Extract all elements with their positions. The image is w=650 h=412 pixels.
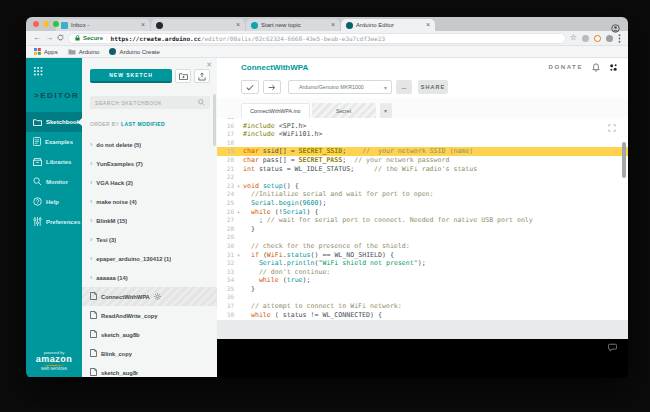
sketch-row[interactable]: Blink_copy [82,344,217,363]
code-line-33[interactable]: 33 // don't continue: [217,268,628,277]
sidebar-item-help[interactable]: Help [26,192,82,212]
file-tab-0[interactable]: ConnectWithWPA.ino [241,103,310,118]
code-line-18[interactable]: 18 [217,139,628,148]
browser-tab-0[interactable]: Inbox - × [56,19,150,31]
sketch-row[interactable]: › do not delete (5) [82,135,217,154]
sketch-row[interactable]: › aaaaaa (14) [82,268,217,287]
bookmark-2[interactable]: Arduino Create [109,48,159,55]
panel-close-icon[interactable]: ✕ [206,61,212,69]
code-line-22[interactable]: 22 [217,173,628,182]
extension-icon-1[interactable] [582,35,589,42]
sidebar-item-sketchbook[interactable]: Sketchbook [26,112,82,132]
minimize-window-button[interactable] [43,21,49,27]
code-line-36[interactable]: 36 [217,293,628,302]
sidebar-item-monitor[interactable]: Monitor [26,172,82,192]
code-line-20[interactable]: 20 char pass[] = SECRET_PASS; // your ne… [217,156,628,165]
code-line-25[interactable]: 25 Serial.begin(9600); [217,199,628,208]
code-line-17[interactable]: 17 #include <WiFi101.h> [217,130,628,139]
chevron-right-icon[interactable]: › [90,141,92,148]
sketch-settings-gear-icon[interactable] [154,293,161,301]
code-line-21[interactable]: 21 int status = WL_IDLE_STATUS; // the W… [217,165,628,174]
import-folder-button[interactable] [175,69,191,83]
sidebar-item-libraries[interactable]: Libraries [26,152,82,172]
extension-icon-2[interactable] [594,35,601,42]
url-bar[interactable]: Secure | https://create.arduino.cc/edito… [68,33,566,44]
sidebar-item-examples[interactable]: Examples [26,132,82,152]
code-line-29[interactable]: 29 [217,233,628,242]
code-line-35[interactable]: 35 } [217,285,628,294]
forward-icon[interactable]: → [45,34,53,42]
sketch-row[interactable]: › YunExamples (7) [82,154,217,173]
sketch-row[interactable]: › VGA Hack (2) [82,173,217,192]
chevron-right-icon[interactable]: › [90,236,92,243]
chevron-right-icon[interactable]: › [90,179,92,186]
file-tab-1[interactable]: Secret [312,103,376,118]
code-line-30[interactable]: 30 // check for the presence of the shie… [217,242,628,251]
sketch-row[interactable]: ConnectWithWPA [82,287,217,306]
bookmark-star-icon[interactable]: ☆ [570,34,577,42]
upload-sketch-button[interactable] [194,69,210,83]
browser-tab-3[interactable]: Arduino Editor × [341,19,435,31]
donate-link[interactable]: DONATE [549,64,584,70]
code-line-24[interactable]: 24 //Initialize serial and wait for port… [217,190,628,199]
bookmark-1[interactable]: Arduino [68,48,100,55]
notifications-bell-icon[interactable] [592,58,600,76]
chevron-right-icon[interactable]: › [90,274,92,281]
sketch-row[interactable]: › Tesi (3) [82,230,217,249]
browser-tab-2[interactable]: Start new topic × [246,19,340,31]
new-sketch-button[interactable]: NEW SKETCH [90,69,172,83]
code-line-38[interactable]: 38 while ( status != WL_CONNECTED) { [217,311,628,320]
board-selector[interactable]: Arduino/Genuino MKR1000 ▾ [288,80,392,94]
bookmark-0[interactable]: Apps [34,48,58,55]
maximize-window-button[interactable] [53,21,59,27]
upload-button[interactable] [263,80,281,94]
chevron-right-icon[interactable]: › [90,198,92,205]
tab-close-icon[interactable]: × [331,22,335,28]
code-line-34[interactable]: 34 while (true); [217,276,628,285]
sketchbook-search-input[interactable] [95,100,198,106]
code-line-28[interactable]: 28 } [217,225,628,234]
verify-button[interactable] [241,80,259,94]
back-icon[interactable]: ← [33,34,41,42]
sketch-row[interactable]: sketch_aug8b [82,325,217,344]
apps-grid-icon[interactable] [34,63,82,81]
code-line-19[interactable]: 19 char ssid[] = SECRET_SSID; // your ne… [217,147,628,156]
browser-tab-1[interactable]: × [151,19,245,31]
profile-menu-icon[interactable] [609,58,618,76]
code-line-32[interactable]: 32 Serial.println("WiFi shield not prese… [217,259,628,268]
code-line-26[interactable]: 26▾ while (!Serial) { [217,208,628,217]
panel-scrollbar[interactable] [213,94,216,146]
sketch-row[interactable]: › make noise (4) [82,192,217,211]
chevron-right-icon[interactable]: › [90,217,92,224]
sketch-row[interactable]: › epaper_arduino_130412 (1) [82,249,217,268]
code-line-27[interactable]: 27 ; // wait for serial port to connect.… [217,216,628,225]
more-options-button[interactable]: ... [396,80,412,94]
code-line-16[interactable]: 16 #include <SPI.h> [217,122,628,131]
browser-profile-icon[interactable] [611,19,620,37]
chat-bubble-icon[interactable] [608,338,617,356]
code-editor[interactable]: 15 16 #include <SPI.h> 17 #include <WiFi… [217,118,628,320]
sketch-row[interactable]: › BlinkM (15) [82,211,217,230]
file-tab-menu-button[interactable]: ▾ [380,103,392,118]
fullscreen-expand-icon[interactable] [608,124,616,135]
line-number: 35 [217,285,234,294]
chevron-right-icon[interactable]: › [90,160,92,167]
sidebar-item-preferences[interactable]: Preferences [26,212,82,232]
tab-close-icon[interactable]: × [141,22,145,28]
refresh-icon[interactable] [57,34,64,43]
lock-icon [75,35,80,41]
chevron-right-icon[interactable]: › [90,255,92,262]
close-window-button[interactable] [33,21,39,27]
tab-close-icon[interactable]: × [236,22,240,28]
code-line-23[interactable]: 23▾ void setup() { [217,182,628,191]
code-line-31[interactable]: 31▾ if (WiFi.status() == WL_NO_SHIELD) { [217,251,628,260]
url-divider: | [106,35,108,41]
code-line-37[interactable]: 37 // attempt to connect to WiFi network… [217,302,628,311]
sketch-row[interactable]: ReadAndWrite_copy [82,306,217,325]
share-button[interactable]: SHARE [418,80,448,94]
sketch-row[interactable]: sketch_aug8r [82,363,217,377]
order-by-value[interactable]: LAST MODIFIED [121,121,165,127]
editor-scrollbar[interactable] [622,142,626,178]
line-number: 25 [217,199,234,208]
tab-close-icon[interactable]: × [426,22,430,28]
